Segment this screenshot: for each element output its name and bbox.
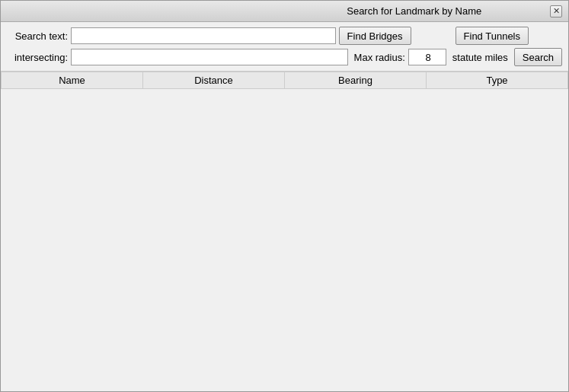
intersecting-input[interactable] bbox=[71, 49, 348, 65]
title-bar: Search for Landmark by Name ✕ bbox=[1, 1, 568, 22]
col-name: Name bbox=[2, 72, 143, 89]
search-text-label: Search text: bbox=[7, 30, 68, 42]
col-bearing: Bearing bbox=[285, 72, 427, 89]
units-label: statute miles bbox=[452, 52, 508, 63]
search-button[interactable]: Search bbox=[514, 48, 562, 66]
max-radius-label: Max radius: bbox=[354, 52, 405, 63]
table-header-row: Name Distance Bearing Type bbox=[2, 72, 568, 89]
results-table: Name Distance Bearing Type bbox=[1, 72, 568, 89]
toolbar-row-1: Search text: Find Bridges Find Tunnels bbox=[7, 27, 562, 45]
col-distance: Distance bbox=[143, 72, 285, 89]
max-radius-input[interactable] bbox=[408, 49, 446, 65]
intersecting-label: intersecting: bbox=[7, 52, 68, 63]
results-table-container: Name Distance Bearing Type bbox=[1, 72, 568, 391]
search-text-input[interactable] bbox=[71, 27, 336, 44]
toolbar: Search text: Find Bridges Find Tunnels i… bbox=[1, 22, 568, 72]
window-title: Search for Landmark by Name bbox=[279, 5, 551, 17]
main-window: Search for Landmark by Name ✕ Search tex… bbox=[0, 0, 569, 392]
find-bridges-button[interactable]: Find Bridges bbox=[339, 27, 411, 45]
find-tunnels-button[interactable]: Find Tunnels bbox=[456, 27, 529, 45]
col-type: Type bbox=[427, 72, 568, 89]
close-button[interactable]: ✕ bbox=[550, 5, 562, 18]
toolbar-row-2: intersecting: Max radius: statute miles … bbox=[7, 48, 562, 66]
